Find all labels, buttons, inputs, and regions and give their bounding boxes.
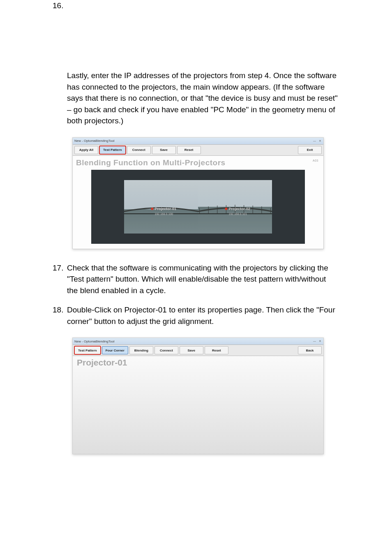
exit-button[interactable]: Exit xyxy=(298,146,322,154)
test-pattern-button[interactable]: Test Pattern xyxy=(99,146,126,154)
projector-01-label: Projector-01 xyxy=(151,207,176,211)
back-button[interactable]: Back xyxy=(298,346,322,354)
toolbar: Test Pattern Four Corner Blending Connec… xyxy=(73,345,323,356)
window-title: New - OptomaBlendingTool xyxy=(74,139,114,143)
step-number: 17. xyxy=(53,262,63,274)
toolbar-spacer xyxy=(202,146,297,154)
screenshot-main-window: New - OptomaBlendingTool — ✕ Apply All T… xyxy=(72,137,324,249)
toolbar-spacer xyxy=(230,346,297,354)
projector-02-ip: 192.168.0.101 xyxy=(228,213,247,215)
save-button[interactable]: Save xyxy=(152,146,176,154)
window-titlebar: New - OptomaBlendingTool — ✕ xyxy=(73,338,323,345)
document-page: 16. Lastly, enter the IP addresses of th… xyxy=(0,0,392,555)
step-number: 18. xyxy=(53,304,63,316)
save-button[interactable]: Save xyxy=(180,346,203,354)
step-text: Check that the software is communicating… xyxy=(67,264,328,295)
projector-01-tile[interactable]: Projector-01 192.168.0.100 xyxy=(124,180,198,234)
screenshot-projector-properties: New - OptomaBlendingTool — ✕ Test Patter… xyxy=(72,338,324,454)
step-list-cont: 17. Check that the software is communica… xyxy=(53,262,339,327)
projector-02-tile[interactable]: Projector-02 192.168.0.101 xyxy=(198,180,272,234)
status-dot-icon xyxy=(151,208,153,210)
step-number: 16. xyxy=(53,0,63,12)
window-controls: — ✕ xyxy=(313,340,322,343)
blending-button[interactable]: Blending xyxy=(129,346,153,354)
projector-heading: Projector-01 xyxy=(77,358,319,368)
bridge-graphic-right xyxy=(198,205,272,217)
step-text: Double-Click on Projector-01 to enter it… xyxy=(67,305,335,326)
banner-title: Blending Function on Multi-Projectors A0… xyxy=(76,158,320,167)
four-corner-button[interactable]: Four Corner xyxy=(102,346,128,354)
step-17: 17. Check that the software is communica… xyxy=(53,262,339,296)
projector-01-ip: 192.168.0.100 xyxy=(154,213,173,215)
connect-button[interactable]: Connect xyxy=(154,346,178,354)
test-pattern-button[interactable]: Test Pattern xyxy=(74,346,101,354)
preview-area: Projector-01 192.168.0.100 xyxy=(91,170,305,244)
status-dot-icon xyxy=(225,208,227,210)
projector-02-label: Projector-02 xyxy=(225,207,250,211)
window-titlebar: New - OptomaBlendingTool — ✕ xyxy=(73,138,323,145)
projector-body: Projector-01 xyxy=(73,356,323,454)
toolbar: Apply All Test Pattern Connect Save Rese… xyxy=(73,145,323,156)
window-title: New - OptomaBlendingTool xyxy=(74,340,114,343)
projector-pair: Projector-01 192.168.0.100 xyxy=(124,180,272,234)
apply-all-button[interactable]: Apply All xyxy=(74,146,98,154)
main-body: Blending Function on Multi-Projectors A0… xyxy=(73,156,323,249)
step-18: 18. Double-Click on Projector-01 to ente… xyxy=(53,304,339,327)
step-text: Lastly, enter the IP addresses of the pr… xyxy=(67,71,338,125)
connect-button[interactable]: Connect xyxy=(127,146,151,154)
reset-button[interactable]: Reset xyxy=(205,346,228,354)
window-controls: — ✕ xyxy=(313,139,322,143)
step-list: 16. Lastly, enter the IP addresses of th… xyxy=(53,0,339,127)
step-16: 16. Lastly, enter the IP addresses of th… xyxy=(53,0,339,127)
bridge-graphic-left xyxy=(124,205,198,217)
reset-button[interactable]: Reset xyxy=(177,146,201,154)
version-label: A03 xyxy=(313,159,318,162)
